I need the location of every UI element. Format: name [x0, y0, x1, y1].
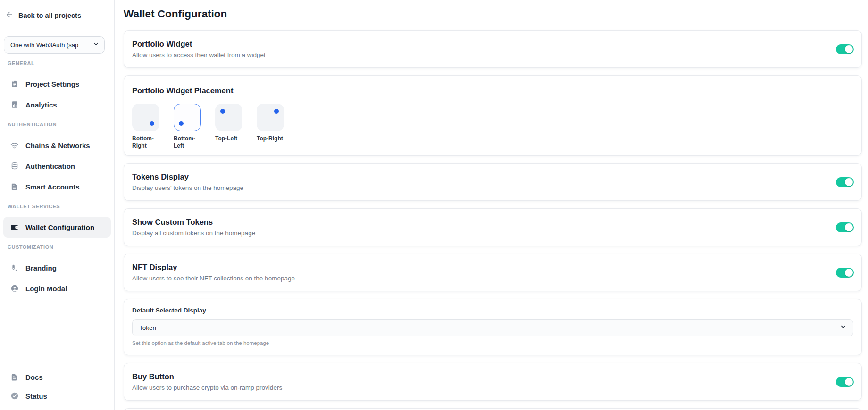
sidebar-item-label: Project Settings: [25, 80, 79, 88]
check-circle-icon: [10, 392, 19, 401]
clipboard-icon: [10, 80, 19, 89]
toggle-knob: [845, 178, 853, 186]
portfolio-widget-toggle[interactable]: [836, 44, 854, 54]
sidebar-item-label: Login Modal: [25, 285, 67, 293]
placement-options: Bottom-Right Bottom-Left Top-Left Top-Ri…: [132, 104, 853, 149]
card-portfolio-widget: Portfolio Widget Allow users to access t…: [124, 30, 862, 68]
card-title: Tokens Display: [132, 172, 243, 181]
placement-dot-icon: [274, 109, 279, 114]
card-description: Display users' tokens on the homepage: [132, 184, 243, 191]
sidebar-item-branding[interactable]: Branding: [3, 257, 111, 278]
back-to-projects-button[interactable]: Back to all projects: [3, 10, 111, 20]
page-title: Wallet Configuration: [124, 8, 862, 21]
sidebar-item-smart-accounts[interactable]: Smart Accounts: [3, 176, 111, 197]
card-text: Buy Button Allow users to purchase crypt…: [132, 372, 282, 391]
sidebar-item-chains-networks[interactable]: Chains & Networks: [3, 135, 111, 156]
placement-preview: [215, 104, 242, 131]
wallet-icon: [10, 223, 19, 232]
toggle-knob: [845, 378, 853, 386]
card-title: Portfolio Widget Placement: [132, 86, 853, 95]
card-nft-display: NFT Display Allow users to see their NFT…: [124, 254, 862, 291]
placement-option-top-left[interactable]: Top-Left: [215, 104, 243, 149]
project-selector-value: One with Web3Auth (sap: [10, 41, 92, 49]
card-title: Portfolio Widget: [132, 40, 266, 49]
select-value: Token: [139, 324, 840, 331]
project-selector[interactable]: One with Web3Auth (sap: [4, 36, 105, 54]
card-tokens-display: Tokens Display Display users' tokens on …: [124, 163, 862, 201]
placement-preview: [132, 104, 159, 131]
sidebar-nav: GENERALProject SettingsAnalyticsAUTHENTI…: [3, 54, 111, 299]
app-window: Back to all projects One with Web3Auth (…: [0, 0, 868, 410]
file-icon: [10, 373, 19, 382]
sidebar-item-label: Wallet Configuration: [25, 223, 94, 231]
sidebar-item-label: Status: [25, 392, 47, 400]
sidebar-item-status[interactable]: Status: [3, 386, 111, 405]
card-title: Show Custom Tokens: [132, 218, 255, 227]
sidebar-item-label: Analytics: [25, 101, 57, 109]
placement-option-label: Bottom-Right: [132, 135, 160, 149]
card-description: Display all custom tokens on the homepag…: [132, 230, 255, 237]
sidebar-spacer: [3, 299, 111, 361]
nft-display-toggle[interactable]: [836, 268, 854, 278]
card-title: Buy Button: [132, 372, 282, 381]
card-description: Allow users to see their NFT collections…: [132, 275, 295, 282]
placement-dot-icon: [179, 121, 184, 126]
sidebar-item-label: Smart Accounts: [25, 183, 79, 191]
card-partial-next: [124, 408, 862, 410]
placement-preview: [174, 104, 201, 131]
sidebar-item-authentication[interactable]: Authentication: [3, 156, 111, 176]
cards-list: Portfolio Widget Allow users to access t…: [124, 30, 862, 410]
wifi-icon: [10, 141, 19, 150]
card-portfolio-widget-placement: Portfolio Widget Placement Bottom-Right …: [124, 75, 862, 156]
default-selected-display-select[interactable]: Token: [132, 319, 853, 336]
section-label-customization: CUSTOMIZATION: [8, 244, 111, 250]
placement-option-bottom-right[interactable]: Bottom-Right: [132, 104, 160, 149]
select-label: Default Selected Display: [132, 307, 853, 314]
sidebar-item-wallet-configuration[interactable]: Wallet Configuration: [3, 217, 111, 238]
placement-option-label: Top-Right: [257, 135, 285, 142]
placement-option-top-right[interactable]: Top-Right: [257, 104, 285, 149]
card-title: NFT Display: [132, 263, 295, 272]
placement-option-label: Top-Left: [215, 135, 243, 142]
placement-option-bottom-left[interactable]: Bottom-Left: [174, 104, 202, 149]
card-text: Portfolio Widget Allow users to access t…: [132, 40, 266, 58]
chevron-down-icon: [92, 41, 100, 49]
toggle-knob: [845, 269, 853, 277]
card-text: Tokens Display Display users' tokens on …: [132, 172, 243, 191]
brush-icon: [10, 263, 19, 272]
section-label-general: GENERAL: [8, 60, 111, 66]
sidebar-item-login-modal[interactable]: Login Modal: [3, 278, 111, 299]
card-description: Allow users to purchase crypto via on-ra…: [132, 384, 282, 391]
card-text: Show Custom Tokens Display all custom to…: [132, 218, 255, 237]
sidebar-item-project-settings[interactable]: Project Settings: [3, 74, 111, 94]
placement-dot-icon: [220, 109, 225, 114]
card-default-selected-display: Default Selected Display Token Set this …: [124, 299, 862, 355]
buy-button-toggle[interactable]: [836, 377, 854, 387]
sidebar-item-label: Docs: [25, 373, 43, 381]
sidebar-footer: DocsStatus: [0, 361, 114, 410]
card-text: NFT Display Allow users to see their NFT…: [132, 263, 295, 282]
analytics-icon: [10, 100, 19, 109]
arrow-left-icon: [5, 10, 14, 20]
section-label-wallet-services: WALLET SERVICES: [8, 204, 111, 209]
section-label-authentication: AUTHENTICATION: [8, 122, 111, 127]
database-icon: [10, 162, 19, 171]
toggle-knob: [845, 45, 853, 53]
placement-preview: [257, 104, 284, 131]
tokens-display-toggle[interactable]: [836, 177, 854, 187]
sidebar-item-label: Branding: [25, 264, 57, 272]
sidebar-item-label: Authentication: [25, 162, 75, 170]
back-to-projects-label: Back to all projects: [18, 12, 81, 19]
chevron-down-icon: [840, 323, 847, 332]
sidebar-item-label: Chains & Networks: [25, 141, 90, 149]
sidebar-item-analytics[interactable]: Analytics: [3, 94, 111, 115]
show-custom-tokens-toggle[interactable]: [836, 222, 854, 232]
card-buy-button: Buy Button Allow users to purchase crypt…: [124, 363, 862, 401]
main-content: Wallet Configuration Portfolio Widget Al…: [115, 0, 868, 410]
file-icon: [10, 182, 19, 191]
placement-dot-icon: [150, 121, 154, 126]
card-description: Allow users to access their wallet from …: [132, 51, 266, 58]
sidebar-item-docs[interactable]: Docs: [3, 368, 111, 386]
card-show-custom-tokens: Show Custom Tokens Display all custom to…: [124, 208, 862, 246]
placement-option-label: Bottom-Left: [174, 135, 202, 149]
